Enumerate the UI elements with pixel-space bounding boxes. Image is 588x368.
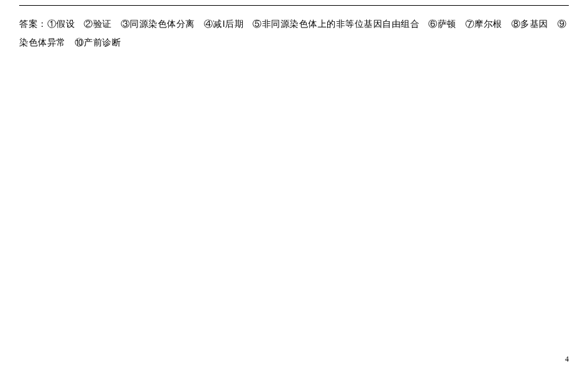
answer-item: ③同源染色体分离 bbox=[121, 19, 195, 29]
answer-block: 答案：①假设②验证③同源染色体分离④减Ⅰ后期⑤非同源染色体上的非等位基因自由组合… bbox=[19, 15, 569, 52]
answer-item: ⑩产前诊断 bbox=[75, 38, 121, 47]
answer-item: ⑤非同源染色体上的非等位基因自由组合 bbox=[252, 19, 419, 29]
answer-item: ①假设 bbox=[47, 19, 75, 29]
answer-item: ⑥萨顿 bbox=[428, 19, 456, 29]
page-number: 4 bbox=[565, 355, 569, 364]
answer-item: ④减Ⅰ后期 bbox=[204, 19, 244, 29]
answer-item: ⑧多基因 bbox=[511, 19, 548, 29]
horizontal-rule bbox=[19, 5, 569, 6]
answer-item: ②验证 bbox=[84, 19, 112, 29]
answer-item: ⑦摩尔根 bbox=[465, 19, 502, 29]
answer-items-container: ①假设②验证③同源染色体分离④减Ⅰ后期⑤非同源染色体上的非等位基因自由组合⑥萨顿… bbox=[19, 19, 566, 47]
answer-label: 答案： bbox=[19, 19, 47, 29]
